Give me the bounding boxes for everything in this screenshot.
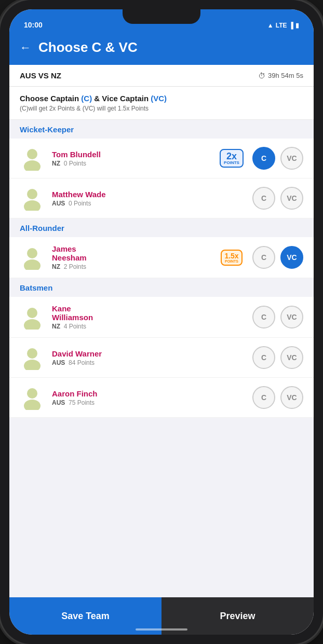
vc-btn-aaron-finch[interactable]: VC — [280, 386, 303, 409]
status-icons: ▲ LTE ▐ ▮ — [267, 22, 299, 29]
captain-btn-kane-williamson[interactable]: C — [252, 306, 275, 328]
player-row-matthew-wade: Matthew Wade AUS 0 Points C VC — [9, 179, 314, 218]
section-wicketkeeper: Wicket-Keeper — [9, 120, 314, 139]
player-info-matthew-wade: Matthew Wade AUS 0 Points — [52, 190, 245, 207]
captain-btn-tom-blundell[interactable]: C — [252, 147, 275, 170]
svg-point-8 — [27, 348, 37, 359]
player-country-aaron-finch: AUS — [52, 399, 65, 406]
section-allrounder: All-Rounder — [9, 218, 314, 237]
avatar-tom-blundell — [20, 146, 45, 171]
content-area: Choose Captain (C) & Vice Captain (VC) (… — [9, 87, 314, 597]
vc-btn-kane-williamson[interactable]: VC — [280, 306, 303, 328]
player-row-david-warner: David Warner AUS 84 Points C VC — [9, 338, 314, 378]
player-points-tom-blundell: 0 Points — [62, 160, 86, 167]
avatar-aaron-finch — [20, 385, 45, 410]
cv-buttons-tom-blundell: C VC — [252, 147, 303, 170]
player-info-david-warner: David Warner AUS 84 Points — [52, 349, 245, 366]
player-name-kane-williamson: KaneWilliamson — [52, 304, 245, 322]
spacer — [9, 418, 314, 428]
svg-point-6 — [27, 308, 37, 318]
player-points-kane-williamson: 4 Points — [62, 323, 86, 330]
player-name-tom-blundell: Tom Blundell — [52, 150, 211, 159]
player-meta-tom-blundell: NZ 0 Points — [52, 160, 211, 167]
svg-point-11 — [24, 400, 41, 410]
player-info-james-neesham: JamesNeesham NZ 2 Points — [52, 244, 211, 270]
choose-captain-label: Choose Captain — [20, 94, 81, 103]
section-label-wicketkeeper: Wicket-Keeper — [20, 125, 74, 134]
player-points-james-neesham: 2 Points — [62, 263, 86, 270]
player-row-aaron-finch: Aaron Finch AUS 75 Points C VC — [9, 378, 314, 418]
vc-label: (VC) — [151, 94, 167, 103]
home-indicator — [136, 628, 187, 631]
svg-point-5 — [24, 259, 41, 270]
captain-info: Choose Captain (C) & Vice Captain (VC) (… — [9, 87, 314, 120]
player-name-aaron-finch: Aaron Finch — [52, 389, 245, 398]
vc-btn-matthew-wade[interactable]: VC — [280, 187, 303, 210]
svg-point-3 — [24, 200, 41, 211]
section-label-batsmen: Batsmen — [20, 283, 52, 292]
notch — [123, 9, 200, 24]
c-label: (C) — [81, 94, 92, 103]
phone-frame: 10:00 ▲ LTE ▐ ▮ ← Choose C & VC AUS VS N… — [0, 0, 323, 644]
player-country-david-warner: AUS — [52, 359, 65, 366]
avatar-matthew-wade — [20, 186, 45, 211]
player-meta-james-neesham: NZ 2 Points — [52, 263, 211, 270]
svg-point-2 — [27, 189, 37, 199]
status-time: 10:00 — [24, 21, 43, 29]
player-country-tom-blundell: NZ — [52, 160, 60, 167]
svg-point-0 — [27, 149, 37, 159]
match-bar: AUS VS NZ ⏱ 39h 54m 5s — [9, 65, 314, 87]
captain-btn-aaron-finch[interactable]: C — [252, 386, 275, 409]
cv-buttons-matthew-wade: C VC — [252, 187, 303, 210]
svg-point-1 — [24, 160, 41, 171]
player-meta-aaron-finch: AUS 75 Points — [52, 399, 245, 406]
match-name: AUS VS NZ — [20, 71, 61, 80]
cv-buttons-kane-williamson: C VC — [252, 306, 303, 328]
captain-subtitle: (C)will get 2x Points & (VC) will get 1.… — [20, 105, 303, 112]
and-vice-label: & Vice Captain — [92, 94, 151, 103]
section-batsmen: Batsmen — [9, 278, 314, 297]
player-meta-matthew-wade: AUS 0 Points — [52, 200, 245, 207]
wifi-icon: ▲ — [267, 22, 274, 29]
player-name-james-neesham: JamesNeesham — [52, 244, 211, 262]
player-country-james-neesham: NZ — [52, 263, 60, 270]
cv-buttons-aaron-finch: C VC — [252, 386, 303, 409]
player-points-aaron-finch: 75 Points — [67, 399, 95, 406]
back-button[interactable]: ← — [20, 41, 31, 54]
player-points-david-warner: 84 Points — [67, 359, 95, 366]
player-meta-kane-williamson: NZ 4 Points — [52, 323, 245, 330]
avatar-kane-williamson — [20, 305, 45, 330]
player-points-matthew-wade: 0 Points — [67, 200, 91, 207]
vc-btn-tom-blundell[interactable]: VC — [280, 147, 303, 170]
captain-btn-david-warner[interactable]: C — [252, 346, 275, 369]
player-info-kane-williamson: KaneWilliamson NZ 4 Points — [52, 304, 245, 330]
section-label-allrounder: All-Rounder — [20, 224, 64, 232]
player-info-aaron-finch: Aaron Finch AUS 75 Points — [52, 389, 245, 406]
cv-buttons-david-warner: C VC — [252, 346, 303, 369]
player-row-james-neesham: JamesNeesham NZ 2 Points 1.5x POINTS C V… — [9, 237, 314, 278]
header: ← Choose C & VC — [9, 32, 314, 65]
player-row-kane-williamson: KaneWilliamson NZ 4 Points C VC — [9, 297, 314, 338]
multiplier-1-5x-james-neesham: 1.5x POINTS — [218, 247, 245, 268]
player-name-matthew-wade: Matthew Wade — [52, 190, 245, 199]
player-meta-david-warner: AUS 84 Points — [52, 359, 245, 366]
svg-point-7 — [24, 319, 41, 330]
svg-point-10 — [27, 388, 37, 399]
player-row-tom-blundell: Tom Blundell NZ 0 Points 2x POINTS C VC — [9, 139, 314, 179]
player-country-kane-williamson: NZ — [52, 323, 60, 330]
vc-btn-james-neesham[interactable]: VC — [280, 246, 303, 269]
multiplier-2x-tom-blundell: 2x POINTS — [218, 148, 245, 169]
battery-icon: ▮ — [295, 22, 299, 29]
page-title: Choose C & VC — [38, 39, 138, 56]
phone-screen: 10:00 ▲ LTE ▐ ▮ ← Choose C & VC AUS VS N… — [9, 9, 314, 635]
timer-value: 39h 54m 5s — [268, 72, 303, 79]
player-name-david-warner: David Warner — [52, 349, 245, 358]
vc-btn-david-warner[interactable]: VC — [280, 346, 303, 369]
lte-label: LTE — [276, 22, 287, 29]
avatar-david-warner — [20, 345, 45, 370]
captain-btn-james-neesham[interactable]: C — [252, 246, 275, 269]
player-country-matthew-wade: AUS — [52, 200, 65, 207]
captain-btn-matthew-wade[interactable]: C — [252, 187, 275, 210]
cv-buttons-james-neesham: C VC — [252, 246, 303, 269]
player-info-tom-blundell: Tom Blundell NZ 0 Points — [52, 150, 211, 167]
